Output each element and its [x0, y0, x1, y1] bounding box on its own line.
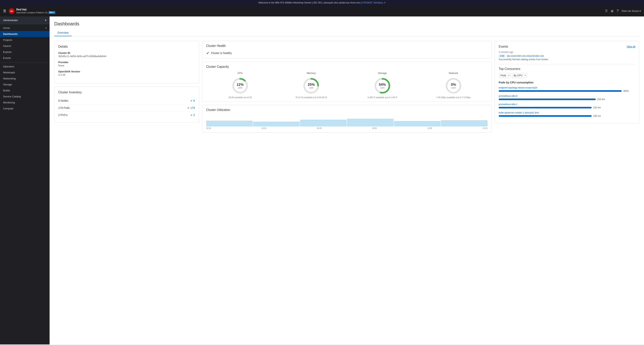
grid-icon[interactable]: ⠿ [605, 9, 608, 13]
sidebar-item-events[interactable]: Events [0, 55, 50, 61]
plus-icon[interactable]: ⊕ [611, 9, 614, 13]
hamburger-icon[interactable]: ☰ [3, 9, 6, 13]
util-axis-label: 19:10 [482, 127, 487, 129]
util-axis-label: 18:50 [372, 127, 377, 129]
capacity-network-donut: 0% used [444, 76, 463, 96]
capacity-storage: Storage 54% used 0.496 Ti available out … [348, 72, 416, 98]
help-icon[interactable]: ? [617, 9, 619, 13]
consumers-list: endpoint-topology-weave-scope-kz2lr 300m… [499, 86, 636, 117]
sidebar-item-workloads[interactable]: Workloads [0, 70, 50, 76]
event-tag: CSB [499, 54, 506, 57]
user-menu[interactable]: Elton de Souza ▾ [622, 10, 641, 12]
top-banner: Welcome to the IBM ATS Wildfire Workshop… [0, 0, 644, 6]
left-column: Details Cluster ID 382d5c11-9d59-4b5b-a8… [54, 41, 199, 122]
sidebar-item-explore[interactable]: Explore [0, 49, 50, 55]
banner-link[interactable]: ATS/WSC Techdocs [362, 1, 383, 4]
cluster-utilization-card: Cluster Utilization 18:2018:3018:4018:50… [202, 105, 492, 132]
banner-text: Welcome to the IBM ATS Wildfire Workshop… [258, 1, 362, 4]
pvcs-count-link[interactable]: 2 [194, 114, 195, 116]
consumer-name[interactable]: prometheus-k8s-1 [499, 103, 636, 106]
pods-count-wrap: ✔ 179 [187, 106, 195, 110]
filter-metric-select[interactable]: By CPU [512, 73, 527, 78]
header-right: ⠿ ⊕ ? Elton de Souza ▾ [605, 9, 641, 13]
openshift-version-label: OpenShift Version [58, 70, 195, 73]
util-bar [347, 119, 394, 126]
sidebar-home-section: Home ▾ Dashboards Projects Search Explor… [0, 24, 50, 62]
capacity-storage-donut: 54% used [373, 76, 392, 96]
consumer-name[interactable]: endpoint-topology-weave-scope-kz2lr [499, 86, 636, 89]
sidebar-item-compute[interactable]: Compute [0, 106, 50, 112]
event-pod-name[interactable]: ats-zoscb-ibm-zos-cloud-broker-csb [507, 54, 544, 57]
page-title: Dashboards [54, 21, 639, 26]
consumer-name[interactable]: kube-apiserver-master-1.atsocpd1.dmz [499, 111, 636, 114]
nodes-label: 6 Nodes [58, 99, 68, 102]
health-check-icon: ✔ [206, 51, 210, 55]
consumer-bar-wrap: 225.1m [499, 114, 636, 117]
view-all-link[interactable]: View all [626, 45, 635, 48]
sidebar-item-service-catalog[interactable]: Service Catalog [0, 94, 50, 100]
consumer-value: 225.1m [593, 114, 601, 117]
sidebar-item-operators[interactable]: Operators [0, 64, 50, 70]
consumers-filters: Pods By CPU [499, 73, 636, 78]
pods-check-icon: ✔ [187, 106, 190, 110]
capacity-cpu: CPU 12% used 28.06 available out of 32 [206, 72, 274, 98]
consumer-name[interactable]: prometheus-k8s-0 [499, 95, 636, 98]
consumer-item: prometheus-k8s-0 234.4m [499, 95, 636, 101]
capacity-grid: CPU 12% used 28.06 available out of 32 M… [206, 72, 488, 98]
filter-type-select[interactable]: Pods [499, 73, 510, 78]
capacity-cpu-available: 28.06 available out of 32 [206, 96, 274, 98]
consumer-value: 225.4m [593, 106, 601, 109]
util-axis-label: 18:30 [262, 127, 266, 129]
filter-metric-wrap: By CPU [512, 73, 527, 78]
consumer-value: 300m [623, 90, 629, 92]
banner-link-icon: ↗ [384, 1, 386, 4]
util-bar [253, 122, 300, 126]
pvcs-count-wrap: ✔ 2 [190, 114, 195, 116]
tab-overview[interactable]: Overview [54, 30, 72, 36]
brand-text: Red Hat OpenShift Container Platform On … [16, 8, 56, 14]
dashboard-grid: Details Cluster ID 382d5c11-9d59-4b5b-a8… [54, 41, 639, 132]
cluster-health-card: Cluster Health ✔ Cluster is healthy [202, 41, 492, 59]
openshift-version-item: OpenShift Version 4.2.29 [58, 70, 195, 76]
svg-text:RH: RH [10, 10, 13, 12]
sidebar-item-storage[interactable]: Storage [0, 82, 50, 88]
nodes-count-wrap: ✔ 6 [190, 99, 195, 102]
provider-label: Provider [58, 61, 195, 64]
consumer-item: endpoint-topology-weave-scope-kz2lr 300m [499, 86, 636, 92]
top-consumers-title: Top Consumers [499, 67, 636, 71]
sidebar-item-dashboards[interactable]: Dashboards [0, 31, 50, 37]
sidebar-item-projects[interactable]: Projects [0, 37, 50, 43]
sidebar-role[interactable]: Administrator ▾ [0, 16, 50, 24]
event-pod-line: CSB ats-zoscb-ibm-zos-cloud-broker-csb [499, 54, 636, 57]
user-name: Elton de Souza [622, 10, 639, 12]
nodes-check-icon: ✔ [190, 99, 193, 102]
util-bar [300, 120, 347, 126]
details-card-title: Details [58, 45, 195, 48]
sidebar-item-networking[interactable]: Networking [0, 76, 50, 82]
right-panel: Events View all 5 minutes ago CSB ats-zo… [495, 41, 640, 124]
event-description: Successfully fetched catalog entries fro… [499, 58, 636, 61]
capacity-memory-available: 70.47 Gi available out of 94.39 Gi [277, 96, 345, 98]
sidebar-item-home[interactable]: Home ▾ [0, 25, 50, 31]
pods-count-link[interactable]: 179 [190, 106, 195, 110]
provider-item: Provider None [58, 61, 195, 67]
events-header: Events View all [499, 45, 636, 48]
details-card: Details Cluster ID 382d5c11-9d59-4b5b-a8… [54, 41, 199, 84]
sidebar-item-builds[interactable]: Builds [0, 88, 50, 94]
cluster-id-value: 382d5c11-9d59-4b5b-a875-8588be8db944 [58, 55, 195, 58]
util-axis-label: 18:20 [206, 127, 211, 129]
capacity-storage-available: 0.496 Ti available out of 1.08 Ti [348, 96, 416, 98]
nodes-count-link[interactable]: 6 [194, 99, 195, 102]
utilization-axis: 18:2018:3018:4018:5019:0019:10 [206, 127, 488, 129]
brand-subtitle: OpenShift Container Platform On IBM Z [16, 11, 56, 14]
sidebar-item-monitoring[interactable]: Monitoring [0, 100, 50, 106]
home-chevron: ▾ [46, 27, 46, 29]
cluster-utilization-title: Cluster Utilization [206, 108, 488, 112]
utilization-chart [206, 115, 488, 126]
util-bar [394, 121, 441, 126]
consumer-bar [499, 98, 596, 100]
consumer-value: 234.4m [597, 98, 605, 101]
sidebar-item-search[interactable]: Search [0, 43, 50, 49]
health-status: ✔ Cluster is healthy [206, 51, 488, 55]
pvcs-inventory-item: 2 PVCs ✔ 2 [58, 112, 195, 118]
